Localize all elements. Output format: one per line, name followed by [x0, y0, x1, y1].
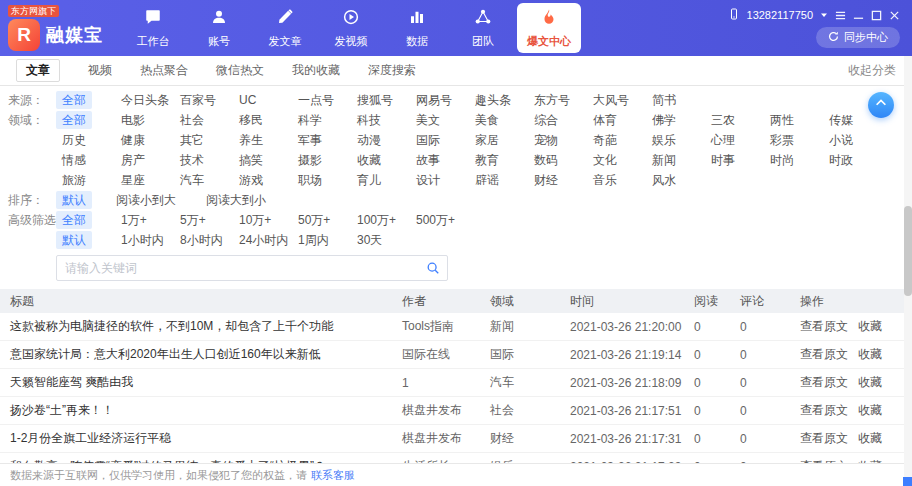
search-input[interactable] [56, 255, 448, 281]
filter-option[interactable]: 100万+ [351, 211, 402, 229]
filter-option[interactable]: 趣头条 [469, 91, 517, 109]
filter-option[interactable]: 1周内 [292, 231, 335, 249]
filter-option[interactable]: 娱乐 [646, 131, 682, 149]
filter-option[interactable]: 新闻 [646, 151, 682, 169]
filter-option[interactable]: UC [233, 91, 262, 109]
filter-option[interactable]: 历史 [56, 131, 92, 149]
nav-item-publish-article[interactable]: 发文章 [253, 3, 317, 53]
filter-option[interactable]: 5万+ [174, 211, 212, 229]
view-original-link[interactable]: 查看原文 [800, 402, 848, 419]
filter-option[interactable]: 宠物 [528, 131, 564, 149]
favorite-link[interactable]: 收藏 [858, 430, 882, 447]
view-original-link[interactable]: 查看原文 [800, 318, 848, 335]
filter-option[interactable]: 搜狐号 [351, 91, 399, 109]
filter-option[interactable]: 社会 [174, 111, 210, 129]
nav-item-hot-article-center[interactable]: 爆文中心 [517, 3, 581, 53]
scrollbar-track[interactable] [904, 56, 912, 486]
filter-option[interactable]: 电影 [115, 111, 151, 129]
article-title-link[interactable]: 天籁智能座驾 爽酷由我 [0, 374, 402, 391]
collapse-categories-button[interactable]: 收起分类 [848, 62, 896, 79]
filter-option[interactable]: 汽车 [174, 171, 210, 189]
filter-option[interactable]: 三农 [705, 111, 741, 129]
filter-option[interactable]: 1万+ [115, 211, 153, 229]
back-to-top-button[interactable] [868, 92, 894, 118]
filter-option[interactable]: 动漫 [351, 131, 387, 149]
contact-support-link[interactable]: 联系客服 [311, 468, 355, 483]
tab-deep-search[interactable]: 深度搜索 [368, 62, 416, 79]
filter-option[interactable]: 数码 [528, 151, 564, 169]
sync-center-button[interactable]: 同步中心 [816, 27, 900, 48]
filter-option[interactable]: 养生 [233, 131, 269, 149]
tab-articles[interactable]: 文章 [16, 59, 60, 82]
filter-option[interactable]: 全部 [56, 111, 92, 129]
filter-option[interactable]: 佛学 [646, 111, 682, 129]
filter-option[interactable]: 默认 [56, 191, 92, 209]
filter-option[interactable]: 百家号 [174, 91, 222, 109]
filter-option[interactable]: 阅读小到大 [110, 191, 182, 209]
tab-wechat-hot[interactable]: 微信热文 [216, 62, 264, 79]
filter-option[interactable]: 家居 [469, 131, 505, 149]
filter-option[interactable]: 故事 [410, 151, 446, 169]
tab-hot-topics[interactable]: 热点聚合 [140, 62, 188, 79]
article-title-link[interactable]: 意国家统计局：意大利2020年出生人口创近160年以来新低 [0, 346, 402, 363]
filter-option[interactable]: 技术 [174, 151, 210, 169]
filter-option[interactable]: 1小时内 [115, 231, 170, 249]
filter-option[interactable]: 房产 [115, 151, 151, 169]
nav-item-team[interactable]: 团队 [451, 3, 515, 53]
filter-option[interactable]: 30天 [351, 231, 388, 249]
filter-option[interactable]: 健康 [115, 131, 151, 149]
tab-videos[interactable]: 视频 [88, 62, 112, 79]
search-icon[interactable] [426, 261, 440, 275]
close-icon[interactable] [889, 10, 900, 21]
filter-option[interactable]: 设计 [410, 171, 446, 189]
filter-option[interactable]: 时政 [823, 151, 859, 169]
filter-option[interactable]: 网易号 [410, 91, 458, 109]
filter-option[interactable]: 旅游 [56, 171, 92, 189]
nav-item-account[interactable]: 账号 [187, 3, 251, 53]
filter-option[interactable]: 教育 [469, 151, 505, 169]
filter-option[interactable]: 全部 [56, 211, 92, 229]
filter-option[interactable]: 大风号 [587, 91, 635, 109]
filter-option[interactable]: 搞笑 [233, 151, 269, 169]
filter-option[interactable]: 一点号 [292, 91, 340, 109]
scrollbar-thumb[interactable] [904, 206, 912, 296]
filter-option[interactable]: 辟谣 [469, 171, 505, 189]
filter-option[interactable]: 财经 [528, 171, 564, 189]
caret-down-icon[interactable] [820, 9, 828, 21]
filter-option[interactable]: 默认 [56, 231, 92, 249]
filter-option[interactable]: 摄影 [292, 151, 328, 169]
filter-option[interactable]: 移民 [233, 111, 269, 129]
nav-item-publish-video[interactable]: 发视频 [319, 3, 383, 53]
filter-option[interactable]: 美食 [469, 111, 505, 129]
filter-option[interactable]: 24小时内 [233, 231, 294, 249]
filter-option[interactable]: 科学 [292, 111, 328, 129]
filter-option[interactable]: 彩票 [764, 131, 800, 149]
favorite-link[interactable]: 收藏 [858, 402, 882, 419]
filter-option[interactable]: 职场 [292, 171, 328, 189]
filter-option[interactable]: 美文 [410, 111, 446, 129]
filter-option[interactable]: 其它 [174, 131, 210, 149]
favorite-link[interactable]: 收藏 [858, 346, 882, 363]
article-title-link[interactable]: 这款被称为电脑捷径的软件，不到10M，却包含了上千个功能 [0, 318, 402, 335]
nav-item-workbench[interactable]: 工作台 [121, 3, 185, 53]
filter-option[interactable]: 奇葩 [587, 131, 623, 149]
filter-option[interactable]: 育儿 [351, 171, 387, 189]
nav-item-data[interactable]: 数据 [385, 3, 449, 53]
view-original-link[interactable]: 查看原文 [800, 374, 848, 391]
filter-option[interactable]: 国际 [410, 131, 446, 149]
menu-icon[interactable] [835, 10, 846, 21]
filter-option[interactable]: 军事 [292, 131, 328, 149]
article-title-link[interactable]: 1-2月份全旗工业经济运行平稳 [0, 430, 402, 447]
filter-option[interactable]: 星座 [115, 171, 151, 189]
filter-option[interactable]: 小说 [823, 131, 859, 149]
filter-option[interactable]: 传媒 [823, 111, 859, 129]
filter-option[interactable]: 8小时内 [174, 231, 229, 249]
filter-option[interactable]: 10万+ [233, 211, 277, 229]
filter-option[interactable]: 科技 [351, 111, 387, 129]
filter-option[interactable]: 500万+ [410, 211, 461, 229]
filter-option[interactable]: 阅读大到小 [200, 191, 272, 209]
phone-number[interactable]: 13282117750 [747, 9, 813, 21]
filter-option[interactable]: 全部 [56, 91, 92, 109]
filter-option[interactable]: 心理 [705, 131, 741, 149]
filter-option[interactable]: 两性 [764, 111, 800, 129]
